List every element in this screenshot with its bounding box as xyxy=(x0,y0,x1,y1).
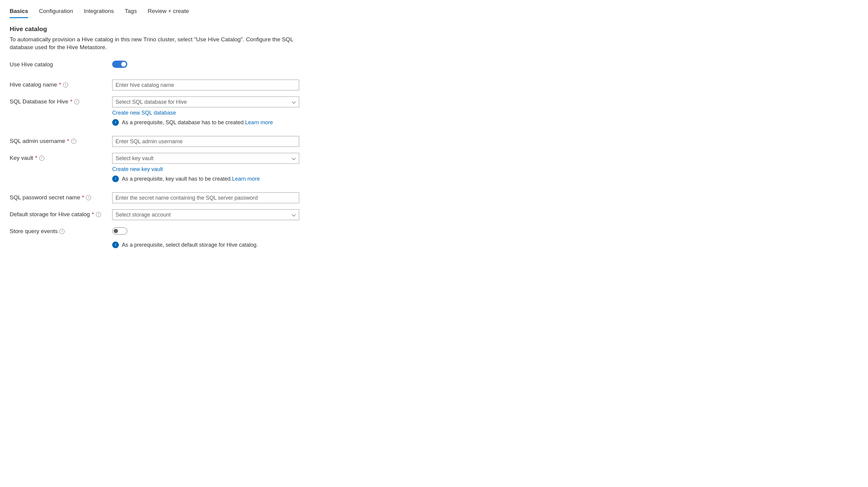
create-key-vault-link[interactable]: Create new key vault xyxy=(112,166,163,172)
sql-admin-username-label: SQL admin username xyxy=(10,138,65,144)
sql-admin-username-input[interactable] xyxy=(112,136,299,147)
tabs-bar: Basics Configuration Integrations Tags R… xyxy=(10,6,858,18)
tab-basics[interactable]: Basics xyxy=(10,6,28,18)
required-asterisk: * xyxy=(59,82,61,88)
info-badge-icon xyxy=(112,119,119,126)
store-query-events-prereq-text: As a prerequisite, select default storag… xyxy=(122,242,258,248)
required-asterisk: * xyxy=(67,138,69,144)
tab-integrations[interactable]: Integrations xyxy=(84,6,114,18)
key-vault-select[interactable]: Select key vault xyxy=(112,153,299,164)
tab-tags[interactable]: Tags xyxy=(125,6,137,18)
chevron-down-icon xyxy=(292,213,296,217)
use-hive-catalog-label: Use Hive catalog xyxy=(10,61,53,68)
section-description: To automatically provision a Hive catalo… xyxy=(10,36,296,51)
sql-password-secret-label: SQL password secret name xyxy=(10,194,80,201)
chevron-down-icon xyxy=(292,156,296,160)
default-storage-label: Default storage for Hive catalog xyxy=(10,211,90,218)
key-vault-prereq-text: As a prerequisite, key vault has to be c… xyxy=(122,176,232,182)
sql-password-secret-input[interactable] xyxy=(112,192,299,203)
store-query-events-toggle[interactable] xyxy=(112,227,127,235)
info-icon[interactable] xyxy=(39,156,44,161)
required-asterisk: * xyxy=(35,155,37,161)
info-icon[interactable] xyxy=(71,139,76,144)
sql-database-learn-more-link[interactable]: Learn more xyxy=(245,120,273,126)
sql-database-placeholder: Select SQL database for Hive xyxy=(116,99,187,105)
create-sql-database-link[interactable]: Create new SQL database xyxy=(112,110,176,116)
key-vault-learn-more-link[interactable]: Learn more xyxy=(232,176,260,182)
key-vault-placeholder: Select key vault xyxy=(116,155,154,162)
required-asterisk: * xyxy=(70,98,72,105)
info-badge-icon xyxy=(112,175,119,182)
sql-database-prereq-text: As a prerequisite, SQL database has to b… xyxy=(122,120,245,125)
info-icon[interactable] xyxy=(74,99,79,104)
chevron-down-icon xyxy=(292,100,296,104)
store-query-events-label: Store query events xyxy=(10,228,58,235)
info-icon[interactable] xyxy=(96,212,101,217)
hive-catalog-name-input[interactable] xyxy=(112,79,299,91)
required-asterisk: * xyxy=(92,211,94,218)
info-badge-icon xyxy=(112,241,119,248)
sql-database-select[interactable]: Select SQL database for Hive xyxy=(112,97,299,107)
sql-database-label: SQL Database for Hive xyxy=(10,98,68,105)
default-storage-select[interactable]: Select storage account xyxy=(112,209,299,220)
section-title: Hive catalog xyxy=(10,25,858,33)
use-hive-catalog-toggle[interactable] xyxy=(112,61,127,68)
info-icon[interactable] xyxy=(59,229,65,234)
required-asterisk: * xyxy=(82,194,84,201)
hive-catalog-name-label: Hive catalog name xyxy=(10,82,57,88)
info-icon[interactable] xyxy=(86,195,91,200)
tab-configuration[interactable]: Configuration xyxy=(39,6,73,18)
tab-review-create[interactable]: Review + create xyxy=(148,6,189,18)
key-vault-label: Key vault xyxy=(10,155,33,161)
default-storage-placeholder: Select storage account xyxy=(116,212,171,218)
info-icon[interactable] xyxy=(63,82,68,88)
